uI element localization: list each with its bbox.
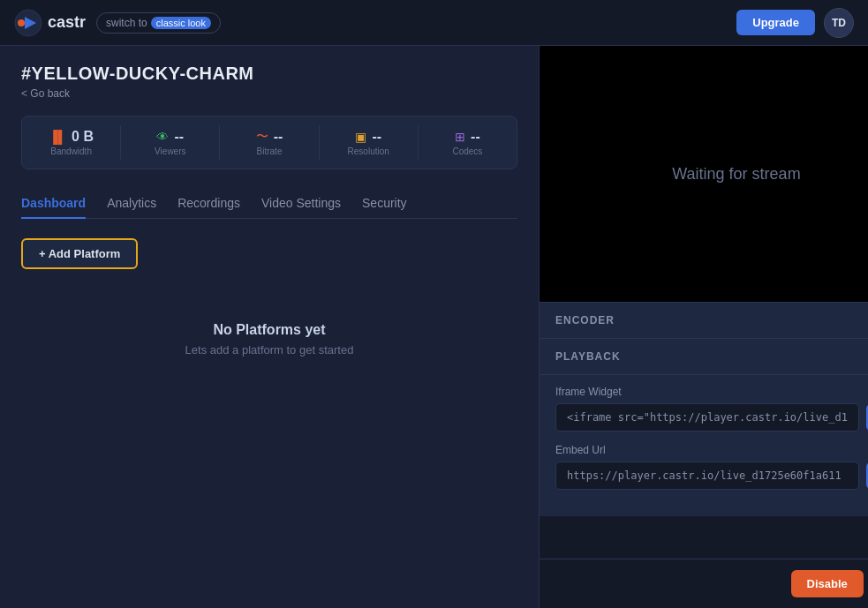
iframe-widget-input[interactable]: <iframe src="https://player.castr.io/liv… [555, 403, 859, 432]
stream-title: #YELLOW-DUCKY-CHARM [21, 64, 517, 84]
playback-accordion-header[interactable]: PLAYBACK ∧ [540, 339, 868, 374]
classic-label: classic look [151, 17, 211, 29]
embed-url-input[interactable]: https://player.castr.io/live_d1725e60f1a… [555, 462, 859, 490]
codecs-label: Codecs [452, 146, 482, 156]
resolution-value: -- [372, 129, 381, 145]
iframe-widget-row: <iframe src="https://player.castr.io/liv… [555, 403, 868, 432]
add-platform-button[interactable]: + Add Platform [21, 238, 138, 269]
tab-recordings[interactable]: Recordings [177, 189, 240, 219]
stat-resolution: ▣ -- Resolution [320, 125, 419, 160]
disable-button[interactable]: Disable [791, 570, 864, 597]
bandwidth-value: 0 B [72, 129, 94, 145]
nav-right: Upgrade TD [736, 8, 854, 38]
tab-dashboard[interactable]: Dashboard [21, 189, 86, 219]
tabs: Dashboard Analytics Recordings Video Set… [21, 189, 517, 219]
empty-state-title: No Platforms yet [21, 322, 517, 338]
resolution-icon: ▣ [355, 130, 366, 144]
stats-bar: ▐▌ 0 B Bandwidth 👁 -- Viewers 〜 -- Bit [21, 116, 517, 169]
empty-state-subtitle: Lets add a platform to get started [21, 343, 517, 357]
left-panel: #YELLOW-DUCKY-CHARM < Go back ▐▌ 0 B Ban… [0, 46, 539, 608]
embed-url-row: https://player.castr.io/live_d1725e60f1a… [555, 462, 868, 490]
tab-video-settings[interactable]: Video Settings [261, 189, 341, 219]
svg-point-2 [18, 19, 25, 26]
tab-analytics[interactable]: Analytics [107, 189, 156, 219]
bandwidth-icon: ▐▌ [49, 130, 66, 144]
top-nav: castr switch to classic look Upgrade TD [0, 0, 868, 46]
switch-to-classic-button[interactable]: switch to classic look [96, 12, 221, 34]
bitrate-icon: 〜 [256, 129, 268, 145]
stat-viewers: 👁 -- Viewers [121, 125, 220, 160]
bandwidth-label: Bandwidth [50, 146, 92, 156]
logo-text: castr [48, 13, 86, 32]
video-preview: Waiting for stream [540, 46, 868, 302]
switch-label: switch to [106, 17, 147, 29]
upgrade-button[interactable]: Upgrade [736, 10, 815, 35]
viewers-icon: 👁 [156, 130, 169, 144]
resolution-label: Resolution [348, 146, 389, 156]
viewers-value: -- [174, 129, 184, 145]
playback-accordion: PLAYBACK ∧ Iframe Widget <iframe src="ht… [540, 338, 868, 516]
embed-url-label: Embed Url [555, 444, 868, 456]
encoder-accordion: ENCODER ∨ [540, 302, 868, 338]
bitrate-label: Bitrate [257, 146, 283, 156]
avatar[interactable]: TD [824, 8, 854, 38]
codecs-value: -- [471, 129, 480, 145]
waiting-text: Waiting for stream [672, 165, 800, 184]
iframe-widget-label: Iframe Widget [555, 386, 868, 398]
empty-state: No Platforms yet Lets add a platform to … [21, 296, 517, 383]
stat-bitrate: 〜 -- Bitrate [220, 125, 319, 160]
codecs-icon: ⊞ [455, 130, 465, 144]
go-back-link[interactable]: < Go back [21, 87, 517, 100]
encoder-accordion-header[interactable]: ENCODER ∨ [540, 303, 868, 338]
tab-security[interactable]: Security [362, 189, 407, 219]
nav-left: castr switch to classic look [14, 9, 221, 37]
playback-label: PLAYBACK [555, 350, 621, 363]
viewers-label: Viewers [155, 146, 185, 156]
encoder-label: ENCODER [555, 314, 615, 327]
stat-bandwidth: ▐▌ 0 B Bandwidth [22, 125, 121, 160]
playback-accordion-content: Iframe Widget <iframe src="https://playe… [540, 374, 868, 516]
right-panel: Waiting for stream ENCODER ∨ PLAYBACK ∧ … [539, 46, 868, 608]
bottom-actions: Disable Delete [540, 559, 868, 608]
main-layout: #YELLOW-DUCKY-CHARM < Go back ▐▌ 0 B Ban… [0, 46, 868, 608]
logo: castr [14, 9, 86, 37]
stat-codecs: ⊞ -- Codecs [419, 125, 517, 160]
logo-icon [14, 9, 42, 37]
bitrate-value: -- [274, 129, 283, 145]
